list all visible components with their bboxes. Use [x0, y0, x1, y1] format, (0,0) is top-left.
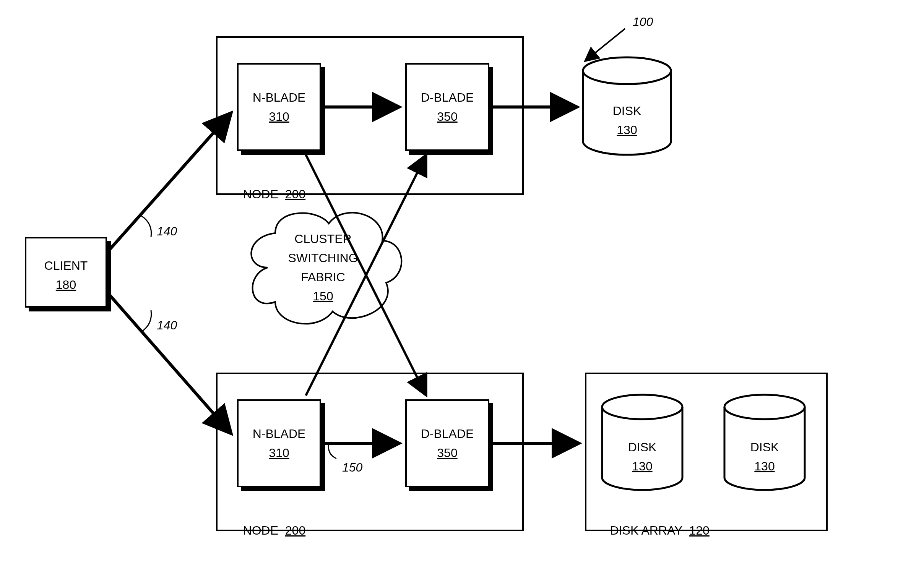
nblade2-box: [237, 399, 321, 487]
nblade1-shadow-bottom: [241, 151, 325, 155]
fabric-ref: 150: [342, 460, 362, 475]
disk-b-label: DISK: [721, 439, 809, 455]
nblade2-num: 310: [237, 445, 321, 460]
nblade1-label: N-BLADE: [237, 90, 321, 105]
link-b-ref: 140: [157, 318, 177, 333]
client-label: CLIENT: [25, 258, 107, 273]
cloud-shape: [251, 213, 401, 324]
disk-array-label-text: DISK ARRAY: [610, 524, 682, 537]
dblade1-shadow-right: [489, 67, 493, 155]
cloud-num: 150: [264, 289, 382, 304]
client-num: 180: [25, 277, 107, 292]
nblade2-shadow-right: [321, 403, 325, 491]
cloud-line3: FABRIC: [264, 269, 382, 285]
cloud-line2: SWITCHING: [264, 250, 382, 266]
dblade1-box: [405, 63, 489, 151]
svg-line-0: [585, 29, 625, 61]
nblade1-box: [237, 63, 321, 151]
cloud-line1: CLUSTER: [264, 231, 382, 246]
node2-label-text: NODE: [243, 524, 278, 537]
dblade1-shadow-bottom: [409, 151, 493, 155]
nblade2-label: N-BLADE: [237, 426, 321, 441]
svg-line-5: [109, 294, 231, 434]
svg-point-1: [583, 57, 671, 84]
dblade2-shadow-right: [489, 403, 493, 491]
client-shadow-bottom: [29, 308, 111, 311]
node2-label: NODE 200: [229, 507, 305, 553]
system-ref: 100: [633, 14, 653, 29]
node1-label: NODE 200: [229, 171, 305, 217]
diagram-canvas: CLIENT 180 NODE 200 N-BLADE 310 D-BLADE …: [0, 0, 924, 569]
disk-b-num: 130: [721, 459, 809, 474]
disk-top-num: 130: [583, 122, 671, 138]
node1-num: 200: [285, 187, 305, 201]
disk-array-label: DISK ARRAY 120: [596, 507, 710, 553]
link-a-ref: 140: [157, 224, 177, 239]
disk-top-label: DISK: [583, 103, 671, 118]
dblade2-label: D-BLADE: [405, 426, 489, 441]
disk-array-num: 120: [689, 524, 709, 537]
dblade1-label: D-BLADE: [405, 90, 489, 105]
nblade1-shadow-right: [321, 67, 325, 155]
disk-a-num: 130: [598, 459, 686, 474]
nblade1-num: 310: [237, 109, 321, 124]
node1-label-text: NODE: [243, 187, 278, 201]
nblade2-shadow-bottom: [241, 487, 325, 491]
node2-num: 200: [285, 524, 305, 537]
dblade2-num: 350: [405, 445, 489, 460]
disk-a-label: DISK: [598, 439, 686, 455]
dblade2-box: [405, 399, 489, 487]
client-shadow-right: [107, 241, 111, 311]
dblade2-shadow-bottom: [409, 487, 493, 491]
dblade1-num: 350: [405, 109, 489, 124]
